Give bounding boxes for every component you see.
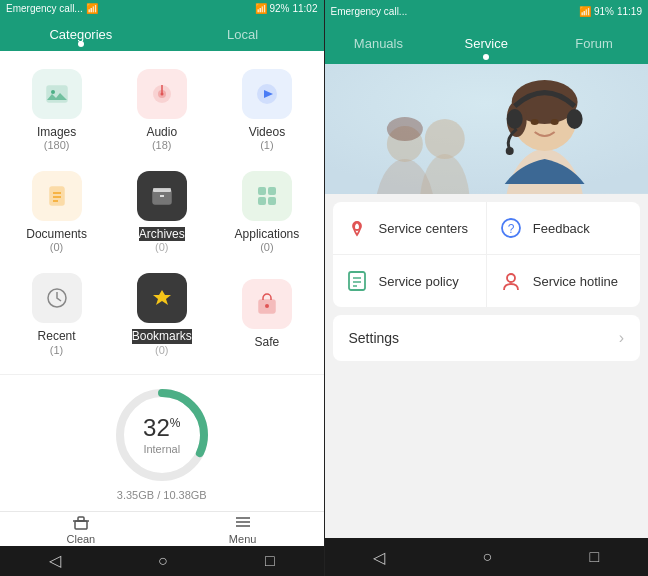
svg-point-38 (566, 109, 582, 129)
clean-label: Clean (67, 533, 96, 545)
recent-icon-bg (32, 273, 82, 323)
right-nav-bar: ◁ ○ □ (325, 538, 649, 576)
grid-item-documents[interactable]: Documents (0) (4, 161, 109, 263)
tab-categories[interactable]: Categories (0, 17, 162, 50)
svg-point-37 (506, 109, 522, 129)
documents-count: (0) (50, 241, 63, 253)
recent-button-right[interactable]: □ (574, 544, 616, 570)
menu-label: Menu (229, 533, 257, 545)
menu-icon (234, 513, 252, 531)
recent-label: Recent (38, 329, 76, 343)
feedback-cell[interactable]: ? Feedback (487, 202, 640, 254)
tab-forum-label: Forum (575, 36, 613, 51)
bookmarks-icon (148, 284, 176, 312)
svg-rect-48 (349, 272, 365, 290)
service-policy-icon (345, 269, 369, 293)
documents-icon-bg (32, 171, 82, 221)
svg-marker-20 (153, 290, 171, 305)
images-label: Images (37, 125, 76, 139)
tab-manuals[interactable]: Manuals (325, 22, 433, 64)
clean-icon (72, 513, 90, 531)
left-tab-bar: Categories Local (0, 17, 324, 50)
service-banner (325, 64, 649, 194)
svg-rect-26 (78, 517, 84, 521)
settings-chevron: › (619, 329, 624, 347)
service-centers-cell[interactable]: Service centers (333, 202, 487, 254)
grid-item-applications[interactable]: Applications (0) (214, 161, 319, 263)
right-status-left: Emergency call... (331, 6, 408, 17)
right-status-bar: Emergency call... 📶 91% 11:19 (325, 0, 649, 22)
grid-item-bookmarks[interactable]: Bookmarks (0) (109, 263, 214, 365)
feedback-label: Feedback (533, 221, 590, 236)
right-panel: Emergency call... 📶 91% 11:19 Manuals Se… (325, 0, 649, 576)
archives-icon-bg (137, 171, 187, 221)
tab-categories-label: Categories (49, 27, 112, 42)
service-image-svg (325, 64, 649, 194)
svg-rect-17 (258, 197, 266, 205)
svg-point-39 (505, 147, 513, 155)
back-button-right[interactable]: ◁ (357, 544, 401, 571)
emergency-call-left: Emergency call... (6, 3, 83, 14)
back-button-left[interactable]: ◁ (33, 547, 77, 574)
time-left: 11:02 (292, 3, 317, 14)
signal-icon: 📶 (86, 3, 98, 14)
archives-icon (148, 182, 176, 210)
recent-button-left[interactable]: □ (249, 548, 291, 574)
svg-rect-8 (50, 187, 64, 205)
clean-button[interactable]: Clean (0, 513, 162, 545)
left-status-left: Emergency call... 📶 (6, 3, 98, 14)
file-categories-grid: Images (180) Audio (18) (0, 51, 324, 374)
storage-circle: 32% Internal (112, 385, 212, 485)
service-policy-label: Service policy (379, 274, 459, 289)
images-icon-bg (32, 69, 82, 119)
archives-count: (0) (155, 241, 168, 253)
grid-item-recent[interactable]: Recent (1) (4, 263, 109, 365)
applications-count: (0) (260, 241, 273, 253)
storage-info: 3.35GB / 10.38GB (117, 489, 207, 501)
grid-item-videos[interactable]: Videos (1) (214, 59, 319, 161)
svg-point-22 (265, 304, 269, 308)
videos-label: Videos (249, 125, 285, 139)
safe-label: Safe (255, 335, 280, 349)
svg-point-1 (51, 90, 55, 94)
service-hotline-cell[interactable]: Service hotline (487, 255, 640, 307)
left-status-right: 📶 92% 11:02 (255, 3, 318, 14)
settings-item[interactable]: Settings › (333, 315, 641, 361)
tab-service[interactable]: Service (432, 22, 540, 64)
svg-rect-18 (268, 197, 276, 205)
svg-rect-25 (75, 521, 87, 529)
emergency-call-right: Emergency call... (331, 6, 408, 17)
videos-count: (1) (260, 139, 273, 151)
tab-forum[interactable]: Forum (540, 22, 648, 64)
documents-label: Documents (26, 227, 87, 241)
tab-local[interactable]: Local (162, 17, 324, 50)
videos-icon-bg (242, 69, 292, 119)
archives-label: Archives (139, 227, 185, 241)
grid-item-archives[interactable]: Archives (0) (109, 161, 214, 263)
service-policy-cell[interactable]: Service policy (333, 255, 487, 307)
svg-rect-16 (268, 187, 276, 195)
svg-rect-30 (325, 64, 649, 194)
svg-point-52 (507, 274, 515, 282)
grid-item-safe[interactable]: Safe (214, 263, 319, 365)
service-centers-icon (345, 216, 369, 240)
applications-icon (253, 182, 281, 210)
home-button-left[interactable]: ○ (142, 548, 184, 574)
recent-count: (1) (50, 344, 63, 356)
images-count: (180) (44, 139, 70, 151)
left-panel: Emergency call... 📶 📶 92% 11:02 Categori… (0, 0, 324, 576)
grid-item-audio[interactable]: Audio (18) (109, 59, 214, 161)
applications-label: Applications (235, 227, 300, 241)
grid-item-images[interactable]: Images (180) (4, 59, 109, 161)
left-status-bar: Emergency call... 📶 📶 92% 11:02 (0, 0, 324, 17)
applications-icon-bg (242, 171, 292, 221)
home-button-right[interactable]: ○ (467, 544, 509, 570)
battery-right: 📶 91% (579, 6, 614, 17)
menu-button[interactable]: Menu (162, 513, 324, 545)
service-hotline-icon (499, 269, 523, 293)
tab-manuals-label: Manuals (354, 36, 403, 51)
recent-icon (43, 284, 71, 312)
svg-rect-15 (258, 187, 266, 195)
images-icon (43, 80, 71, 108)
svg-point-40 (530, 119, 538, 125)
